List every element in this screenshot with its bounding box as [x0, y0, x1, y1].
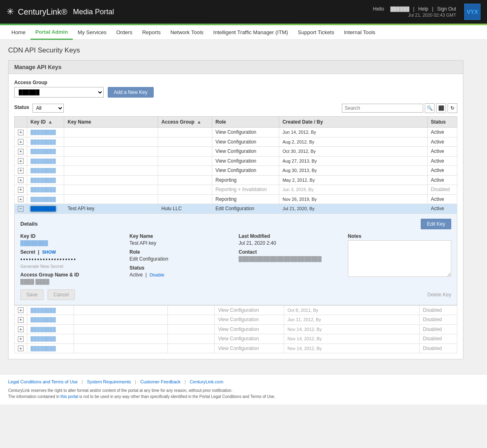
role-cell: Reporting: [212, 194, 279, 204]
table-row[interactable]: + ████████ ██ ████████ ███ ███ ████████ …: [15, 334, 457, 344]
role-cell: View Configuration: [212, 147, 279, 157]
key-id-field-label: Key ID: [20, 233, 124, 239]
access-group-name-field: Access Group Name & ID ████ ████: [20, 272, 124, 285]
expand-icon[interactable]: +: [18, 139, 24, 145]
nav-network-tools[interactable]: Network Tools: [165, 25, 208, 40]
status-cell: Disabled: [427, 185, 457, 195]
nav-internal-tools[interactable]: Internal Tools: [339, 25, 380, 40]
table-row[interactable]: + ████████ █████ ██████ ████ ███ Reporti…: [15, 194, 457, 204]
key-name-cell: ██ ████████ ███ ███: [64, 128, 158, 137]
nav-support-tickets[interactable]: Support Tickets: [293, 25, 339, 40]
table-row[interactable]: + ████████ ███ ██ ████████ ███ ███ ████ …: [15, 166, 457, 176]
delete-key-button[interactable]: Delete Key: [427, 292, 451, 298]
key-name-cell: ████████ ███ ███: [74, 305, 168, 315]
signout-link[interactable]: Sign Out: [437, 6, 456, 12]
details-grid: Key ID ████████ Secret | SHOW ••••••••••…: [20, 233, 451, 285]
expand-icon[interactable]: +: [18, 196, 24, 202]
footer-disclaimer: CenturyLink reserves the right to alter …: [8, 387, 479, 400]
table-row[interactable]: + ████████ ███ ████████ ███ ███ ████ Vie…: [15, 137, 457, 147]
expand-icon[interactable]: +: [18, 177, 24, 183]
add-new-key-button[interactable]: Add a New Key: [108, 87, 154, 98]
table-row[interactable]: + ████████ ████████ ████ ███ Reporting M…: [15, 175, 457, 185]
notes-textarea[interactable]: [348, 240, 452, 277]
col-status[interactable]: Status: [427, 117, 457, 128]
table-row[interactable]: + ████████ ███ ████████ ███ ███ ████████…: [15, 315, 457, 325]
table-row[interactable]: + ████████ ███ ████████ ███ ███ ████████…: [15, 344, 457, 353]
status-field-value: Active | Disable: [130, 272, 233, 278]
feedback-link[interactable]: Customer Feedback: [140, 379, 180, 384]
created-cell: Aug 27, 2013, By ████████████████: [279, 156, 427, 166]
edit-key-button[interactable]: Edit Key: [421, 219, 451, 229]
help-link[interactable]: Help: [418, 6, 428, 12]
generate-secret-link[interactable]: Generate New Secret: [20, 264, 124, 269]
col-access-group[interactable]: Access Group ▲: [158, 117, 212, 128]
key-name-cell: ███ █████ ████████ ███ ███: [64, 147, 158, 157]
search-button[interactable]: 🔍: [425, 103, 435, 113]
nav-reports[interactable]: Reports: [137, 25, 166, 40]
key-id-cell: ████████: [27, 175, 64, 185]
table-row[interactable]: + ████████ ███ ████████ ███ ███ ████████…: [15, 324, 457, 334]
nav-portal-admin[interactable]: Portal Admin: [30, 25, 73, 40]
table-row[interactable]: + ████████ ████ ████ ████ ███ Reporting …: [15, 185, 457, 195]
refresh-button[interactable]: ↻: [448, 103, 457, 113]
status-cell: Active: [427, 128, 457, 137]
table-row[interactable]: + ████████ ████████ ███ ███ ████████ Vie…: [15, 305, 457, 315]
expand-icon[interactable]: +: [18, 158, 24, 164]
expand-icon[interactable]: +: [18, 346, 24, 351]
role-cell: Edit Configuration: [212, 204, 279, 214]
expand-icon[interactable]: +: [18, 149, 24, 154]
centurylink-link[interactable]: CenturyLink.com: [190, 379, 224, 384]
table-row[interactable]: + ████████ ████ ████████ ███ ███ ████ Vi…: [15, 156, 457, 166]
role-cell: View Configuration: [215, 334, 284, 344]
table-row[interactable]: + ████████ ██ ████████ ███ ███ ████ View…: [15, 128, 457, 137]
nav-orders[interactable]: Orders: [111, 25, 137, 40]
navigation: Home Portal Admin My Services Orders Rep…: [0, 25, 487, 40]
nav-home[interactable]: Home: [7, 25, 30, 40]
notes-label: Notes: [348, 233, 452, 239]
table-row[interactable]: + ████████ ███ █████ ████████ ███ ███ ██…: [15, 147, 457, 157]
expand-icon[interactable]: +: [18, 307, 24, 313]
search-input[interactable]: [342, 104, 423, 113]
expand-icon[interactable]: +: [18, 130, 24, 135]
status-select[interactable]: All Active Disabled: [33, 104, 64, 113]
expand-icon[interactable]: −: [18, 206, 24, 212]
col-role[interactable]: Role: [212, 117, 279, 128]
export-button[interactable]: ⬛: [436, 103, 446, 113]
key-name-cell: ████████: [64, 175, 158, 185]
table-row-selected[interactable]: − ████████ Test API key Hulu LLC Edit Co…: [15, 204, 457, 214]
expand-icon[interactable]: +: [18, 326, 24, 332]
access-group-select[interactable]: ██████: [14, 87, 104, 98]
key-id-cell: ████████: [27, 305, 74, 315]
expand-icon[interactable]: +: [18, 336, 24, 342]
expand-icon[interactable]: +: [18, 187, 24, 193]
access-group-cell: ████████: [168, 315, 215, 325]
expand-icon[interactable]: +: [18, 317, 24, 323]
details-header: Details Edit Key: [20, 219, 451, 229]
key-id-cell: ████████: [27, 128, 64, 137]
status-active-text: Active: [130, 272, 143, 278]
contact-field: Contact ████████████████████████: [239, 249, 342, 262]
header-user-links: Hello ██████ | Help | Sign Out: [373, 6, 456, 12]
col-created-date[interactable]: Created Date / By: [279, 117, 427, 128]
cancel-button[interactable]: Cancel: [48, 289, 75, 300]
save-button[interactable]: Save: [20, 289, 43, 300]
col-key-id[interactable]: Key ID ▲: [27, 117, 64, 128]
legal-link[interactable]: Legal Conditions and Terms of Use: [8, 379, 78, 384]
expand-icon[interactable]: +: [18, 168, 24, 174]
disable-link[interactable]: Disable: [150, 272, 165, 277]
key-id-cell: ████████: [27, 137, 64, 147]
details-col3: Last Modified Jul 21, 2020 2:40 Contact …: [239, 233, 342, 285]
role-cell: View Configuration: [212, 166, 279, 176]
nav-my-services[interactable]: My Services: [73, 25, 111, 40]
contact-label: Contact: [239, 249, 342, 255]
key-id-cell: ████████: [27, 324, 74, 334]
manage-body: Access Group ██████ Add a New Key Status…: [9, 74, 463, 359]
col-key-name[interactable]: Key Name: [64, 117, 158, 128]
show-secret-link[interactable]: SHOW: [42, 250, 56, 254]
access-group-name-label: Access Group Name & ID: [20, 272, 124, 278]
status-cell: Active: [427, 137, 457, 147]
portal-legal-link[interactable]: this portal: [61, 394, 78, 399]
nav-itm[interactable]: Intelligent Traffic Manager (ITM): [209, 25, 293, 40]
system-req-link[interactable]: System Requirements: [87, 379, 131, 384]
created-cell: Aug 2, 2012, By ████████████████: [279, 137, 427, 147]
